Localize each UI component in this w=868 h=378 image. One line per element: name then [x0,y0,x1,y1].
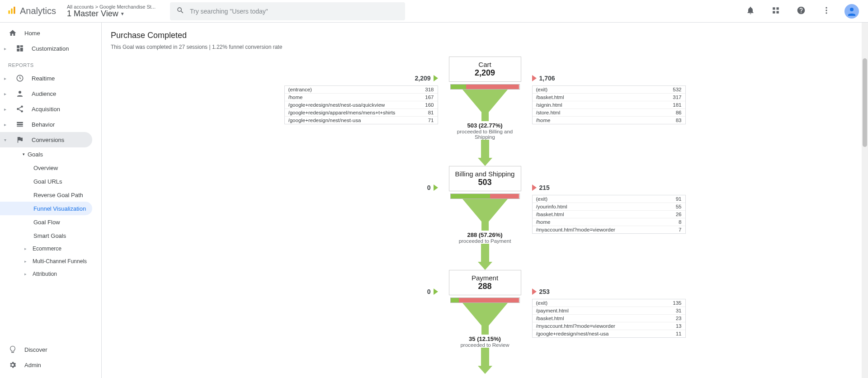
sidebar-goals-smart[interactable]: Smart Goals [0,229,101,242]
path-value: 11 [676,331,682,336]
proceed-label: 35 (12.15%)proceeded to Review [460,335,509,348]
sidebar-sub-ecommerce[interactable]: ▸Ecommerce [0,242,101,255]
svg-point-8 [826,9,827,11]
sidebar-item-discover[interactable]: Discover [0,342,101,357]
sidebar-item-label: Realtime [32,75,55,82]
sidebar-goals-reverse[interactable]: Reverse Goal Path [0,188,101,202]
sidebar-goals-funnel[interactable]: Funnel Visualization [0,202,92,215]
sidebar-item-home[interactable]: Home [0,25,101,41]
sidebar-item-label: Attribution [33,271,57,277]
more-vert-icon [822,6,831,16]
step-count: 2,209 [452,68,518,78]
step-name: Billing and Shipping [452,170,518,178]
sidebar-item-admin[interactable]: Admin [0,357,101,373]
sidebar-item-label: Discover [24,346,47,353]
sidebar-item-label: Home [24,30,40,37]
path-value: 83 [676,118,682,123]
sidebar-goals-urls[interactable]: Goal URLs [0,175,101,188]
funnel-stem [481,348,489,366]
clock-icon [15,74,24,82]
table-row: /home83 [533,117,685,124]
sidebar-goals-flow[interactable]: Goal Flow [0,215,101,229]
notifications-button[interactable] [741,2,760,20]
sidebar-sub-goals[interactable]: ▾ Goals [0,147,101,161]
funnel-step-row: 2,209(entrance)318/home167/google+redesi… [111,57,859,166]
exit-count: 253 [532,288,550,295]
top-bar: Analytics All accounts > Google Merchand… [0,0,868,23]
svg-marker-25 [462,303,508,335]
chevron-right-icon: ▸ [24,246,30,251]
proceed-label: 503 (22.77%)proceeded to Billing and Shi… [449,122,521,140]
grid-icon [772,6,780,16]
sidebar-item-label: Overview [33,165,58,171]
sidebar-item-label: Reverse Goal Path [33,192,83,198]
funnel-incoming-col: 2,209(entrance)318/home167/google+redesi… [284,57,438,166]
chevron-right-icon: ▸ [2,91,8,96]
exit-value: 1,706 [539,75,555,82]
path-name: /myaccount.html?mode=vieworder [536,227,615,232]
more-button[interactable] [817,2,835,20]
sidebar-sub-attribution[interactable]: ▸Attribution [0,268,101,280]
path-value: 135 [673,300,681,306]
sidebar-item-label: Conversions [32,137,64,143]
path-name: /google+redesign/apparel/mens/mens+t+shi… [288,110,396,115]
sidebar-item-behavior[interactable]: ▸ Behavior [0,117,101,132]
sidebar-goals-overview[interactable]: Overview [0,161,101,175]
table-row: /basket.html26 [533,211,685,218]
table-row: /google+redesign/nest/nest-usa11 [533,330,685,337]
arrow-right-red-icon [532,184,537,191]
brand: Analytics [7,6,56,16]
arrow-right-green-icon [434,75,438,81]
table-row: /basket.html317 [533,94,685,101]
arrow-right-green-icon [434,184,438,191]
throughput-exit [466,85,519,89]
exit-value: 215 [539,184,550,191]
scrollbar-thumb[interactable] [863,58,867,147]
path-value: 181 [673,102,681,108]
proceed-to: proceeded to Payment [459,238,511,244]
incoming-value: 2,209 [415,75,430,82]
svg-point-7 [826,7,827,9]
funnel-step-box: Billing and Shipping503 [449,166,521,191]
search-input[interactable] [190,8,399,15]
funnel-incoming-col: 0 [284,270,438,374]
sidebar-item-realtime[interactable]: ▸ Realtime [0,71,101,86]
table-row: (exit)91 [533,195,685,203]
path-name: /myaccount.html?mode=vieworder [536,323,615,329]
proceed-count: 503 (22.77%) [449,122,521,129]
svg-marker-23 [462,90,508,121]
chevron-right-icon: ▸ [24,259,30,264]
apps-button[interactable] [767,2,785,20]
proceed-to: proceeded to Review [460,342,509,348]
account-picker[interactable]: All accounts > Google Merchandise St... … [67,4,156,19]
proceed-count: 288 (57.26%) [459,232,511,238]
path-name: /store.html [536,110,561,115]
table-row: /signin.html181 [533,101,685,109]
svg-point-19 [21,110,23,113]
sidebar-item-conversions[interactable]: ▾ Conversions [0,132,92,147]
view-name[interactable]: 1 Master View ▼ [67,9,156,19]
funnel-stem [481,140,489,158]
sidebar-item-label: Smart Goals [33,232,66,239]
sidebar-item-label: Acquisition [32,106,60,113]
step-count: 503 [452,178,518,187]
sidebar-item-label: Goals [28,151,43,158]
vertical-scrollbar[interactable] [862,23,868,378]
throughput-proceed [451,298,459,302]
account-button[interactable] [843,2,861,20]
dashboard-icon [15,44,24,52]
sidebar-item-customization[interactable]: ▸ Customization [0,41,101,56]
account-breadcrumb: All accounts > Google Merchandise St... [67,4,156,9]
path-value: 86 [676,110,682,115]
sidebar-sub-multichannel[interactable]: ▸Multi-Channel Funnels [0,255,101,268]
svg-rect-14 [17,49,19,52]
path-value: 55 [676,204,682,209]
incoming-count: 0 [427,288,438,295]
sidebar-item-acquisition[interactable]: ▸ Acquisition [0,101,101,117]
exit-count: 215 [532,184,550,191]
chevron-right-icon: ▸ [2,46,8,51]
help-button[interactable] [792,2,810,20]
search-box[interactable] [170,2,405,20]
path-value: 160 [425,102,434,108]
sidebar-item-audience[interactable]: ▸ Audience [0,86,101,101]
